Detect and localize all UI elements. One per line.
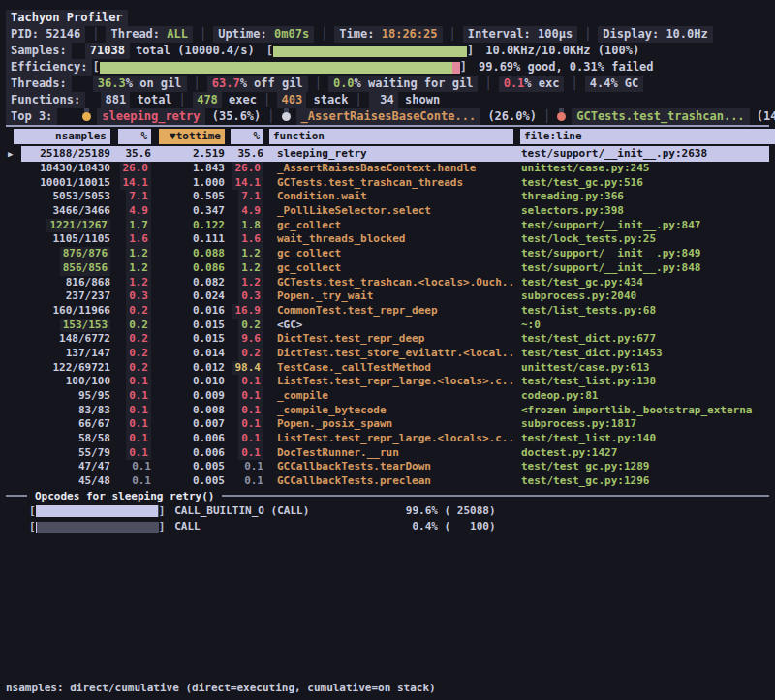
column-header-file-line[interactable]: file:line	[520, 129, 775, 144]
pct-direct-cell: 0.2	[110, 319, 151, 333]
opcode-share-bar	[36, 522, 159, 533]
table-row[interactable]: 3466/3466 4.9 0.347 4.9 _PollLikeSelecto…	[6, 204, 769, 219]
table-row[interactable]: 137/147 0.2 0.014 0.2 DictTest.test_stor…	[6, 347, 769, 361]
table-row[interactable]: 148/6772 0.2 0.015 9.6 DictTest.test_rep…	[6, 332, 769, 347]
opcode-bar-close-bracket: ]	[159, 503, 166, 520]
function-cell: DictTest.test_repr_deep	[264, 332, 513, 347]
nsamples-cell: 160/11966	[21, 304, 110, 319]
threads-stat-value: 0.1	[504, 76, 525, 90]
column-header-nsamples[interactable]: nsamples	[14, 129, 110, 144]
tottime-cell: 0.014	[151, 347, 225, 361]
tottime-cell: 0.016	[151, 304, 225, 319]
table-row[interactable]: 1221/1267 1.7 0.122 1.8 gc_collect test/…	[6, 219, 769, 233]
tottime-cell: 2.519	[151, 146, 225, 162]
nsamples-cell: 153/153	[21, 319, 110, 333]
table-row[interactable]: 66/67 0.1 0.007 0.1 Popen._posix_spawn s…	[6, 417, 769, 432]
nsamples-cell: 1105/1105	[21, 232, 110, 247]
opcode-row: [] CALL_BUILTIN_O (CALL) 99.6% ( 25088)	[6, 503, 769, 520]
opcodes-list: [] CALL_BUILTIN_O (CALL) 99.6% ( 25088) …	[6, 503, 769, 535]
pct-direct-cell: 0.1	[110, 446, 151, 461]
display-value: 10.0Hz	[666, 27, 707, 41]
threads-stat-suffix: % exc	[524, 76, 559, 90]
top3-function-name[interactable]: sleeping_retry	[97, 108, 204, 125]
table-row[interactable]: 816/868 1.2 0.082 1.2 GCTests.test_trash…	[6, 276, 769, 290]
file-line-cell: test/support/__init__.py:849	[513, 247, 769, 261]
header-separator	[6, 125, 769, 127]
samples-rate-bar	[273, 46, 467, 57]
efficiency-bar	[100, 62, 460, 74]
footer-legend: nsamples: direct/cumulative (direct=exec…	[6, 679, 769, 698]
table-row[interactable]: 47/47 0.1 0.005 0.1 GCCallbackTests.tear…	[6, 460, 769, 474]
pct-cumulative-cell: 9.6	[225, 332, 264, 347]
time-value: 18:26:25	[382, 27, 438, 41]
pct-cumulative-cell: 0.1	[225, 460, 264, 474]
function-cell: DocTestRunner.__run	[264, 446, 513, 461]
samples-bar-open-bracket: [	[266, 43, 273, 59]
function-cell: gc_collect	[264, 261, 513, 276]
pct-cumulative-cell: 1.2	[225, 276, 264, 290]
table-row[interactable]: 95/95 0.1 0.009 0.1 _compile codeop.py:8…	[6, 389, 769, 404]
tottime-cell: 0.082	[151, 276, 225, 290]
column-header-pct-direct[interactable]: %	[118, 129, 151, 144]
table-row[interactable]: 58/58 0.1 0.006 0.1 ListTest.test_repr_l…	[6, 432, 769, 446]
separator: │	[264, 92, 270, 108]
nsamples-cell: 100/100	[21, 375, 110, 389]
rule-dash	[6, 495, 27, 497]
pct-cumulative-cell: 4.9	[225, 204, 264, 219]
column-header-function[interactable]: function	[269, 129, 513, 144]
table-row[interactable]: 122/69721 0.2 0.012 98.4 TestCase._callT…	[6, 361, 769, 376]
function-cell: GCCallbackTests.preclean	[264, 474, 513, 489]
file-line-cell: test/list_tests.py:68	[513, 304, 769, 319]
nsamples-cell: 95/95	[21, 389, 110, 404]
separator: │	[315, 76, 322, 92]
table-row[interactable]: 153/153 0.2 0.015 0.2 <GC> ~:0	[6, 319, 769, 333]
top3-row: Top 3:sleeping_retry (35.6%)│_AssertRais…	[6, 108, 769, 125]
pct-cumulative-cell: 0.1	[225, 389, 264, 404]
gold-medal-icon	[82, 112, 91, 121]
table-row[interactable]: 237/237 0.3 0.024 0.3 Popen._try_wait su…	[6, 289, 769, 304]
table-row[interactable]: ▶ 25188/25189 35.6 2.519 35.6 sleeping_r…	[6, 146, 769, 162]
top3-function-name[interactable]: _AssertRaisesBaseConte...	[296, 108, 481, 125]
table-row[interactable]: 10001/10015 14.1 1.000 14.1 GCTests.test…	[6, 176, 769, 191]
tottime-cell: 0.007	[151, 417, 225, 432]
table-row[interactable]: 160/11966 0.2 0.016 16.9 CommonTest.test…	[6, 304, 769, 319]
time-label: Time:	[339, 27, 381, 41]
pct-direct-cell: 0.1	[110, 460, 151, 474]
file-line-cell: test/support/__init__.py:2638	[513, 146, 769, 162]
separator: │	[179, 92, 186, 108]
separator: │	[584, 26, 591, 43]
functions-stat-value: 478	[193, 92, 222, 108]
table-row[interactable]: 18430/18430 26.0 1.843 26.0 _AssertRaise…	[6, 162, 769, 176]
column-header-tottime-sorted[interactable]: ▼tottime	[159, 129, 225, 144]
table-row[interactable]: 876/876 1.2 0.088 1.2 gc_collect test/su…	[6, 247, 769, 261]
table-row[interactable]: 83/83 0.1 0.008 0.1 _compile_bytecode <f…	[6, 404, 769, 418]
pct-cumulative-cell: 0.1	[225, 417, 264, 432]
file-line-cell: test/lock_tests.py:25	[513, 232, 769, 247]
nsamples-cell: 122/69721	[21, 361, 110, 376]
tottime-cell: 0.505	[151, 190, 225, 204]
table-row[interactable]: 1105/1105 1.6 0.111 1.6 wait_threads_blo…	[6, 232, 769, 247]
function-cell: Popen._try_wait	[264, 289, 513, 304]
function-cell: GCTests.test_trashcan_threads	[264, 176, 513, 191]
column-header-pct-cumulative[interactable]: %	[231, 129, 264, 144]
function-cell: ListTest.test_repr_large.<locals>.c...	[264, 432, 513, 446]
opcodes-section-header: Opcodes for sleeping_retry()	[6, 489, 769, 503]
table-row[interactable]: 55/79 0.1 0.006 0.1 DocTestRunner.__run …	[6, 446, 769, 461]
table-row[interactable]: 5053/5053 7.1 0.505 7.1 Condition.wait t…	[6, 190, 769, 204]
file-line-cell: selectors.py:398	[513, 204, 769, 219]
top3-function-name[interactable]: GCTests.test_trashcan...	[572, 108, 749, 125]
functions-stat-value: 34	[369, 92, 398, 108]
function-cell: TestCase._callTestMethod	[264, 361, 513, 376]
separator: │	[200, 26, 206, 43]
table-row[interactable]: 100/100 0.1 0.010 0.1 ListTest.test_repr…	[6, 375, 769, 389]
file-line-cell: test/test_list.py:140	[513, 432, 769, 446]
table-row[interactable]: 856/856 1.2 0.086 1.2 gc_collect test/su…	[6, 261, 769, 276]
app-title: Tachyon Profiler	[6, 10, 128, 26]
file-line-cell: unittest/case.py:245	[513, 162, 769, 176]
table-row[interactable]: 45/48 0.1 0.005 0.1 GCCallbackTests.prec…	[6, 474, 769, 489]
separator: │	[484, 76, 491, 92]
samples-row: Samples: 71038 total (10000.4/s) [] 10.0…	[6, 43, 769, 59]
tottime-cell: 0.122	[151, 219, 225, 233]
bronze-medal-icon	[557, 112, 566, 121]
functions-stat-suffix: stack	[306, 93, 348, 107]
